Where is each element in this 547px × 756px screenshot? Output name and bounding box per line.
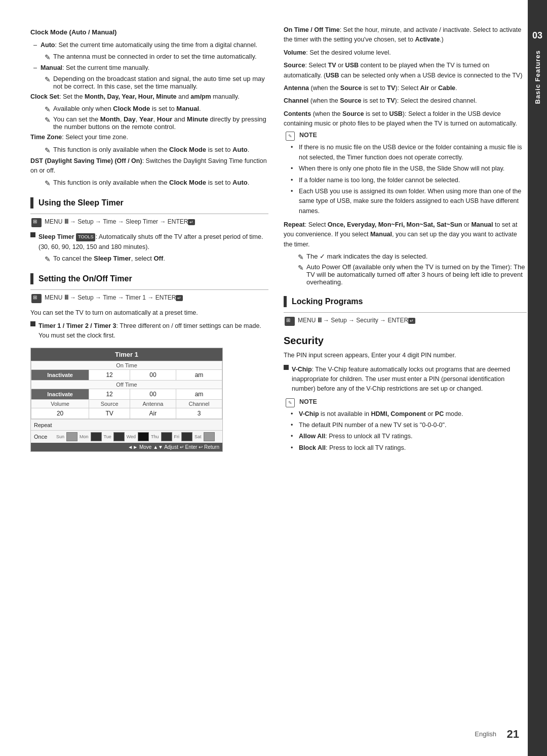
clock-set-note-text: Available only when Clock Mode is set to… <box>53 105 201 112</box>
clock-set-label: Clock Set <box>30 93 59 100</box>
locking-section: Locking Programs MENU Ⅲ → Setup → Securi… <box>284 296 527 326</box>
menu-icon <box>31 218 42 227</box>
cs-month: Month, Day, Year, Hour, Minute <box>85 93 177 100</box>
pencil-icon: ✎ <box>45 53 51 61</box>
antenna-p: Antenna (when the Source is set to TV): … <box>284 83 527 93</box>
locking-title: Locking Programs <box>292 297 363 306</box>
off-time-m: 00 <box>130 389 176 400</box>
security-note-list: V-Chip is not available in HDMI, Compone… <box>286 409 527 453</box>
timer-table: On Time Inactivate 12 00 am Off Time I <box>31 361 222 419</box>
activate-label: Activate <box>415 36 440 43</box>
sleep-timer-header: Using the Sleep Timer <box>30 197 268 208</box>
off-time-label: Off Time <box>31 381 222 389</box>
contents-p: Contents (when the Source is set to USB)… <box>284 109 527 129</box>
sleep-timer-title: Using the Sleep Timer <box>38 198 124 207</box>
on-off-path-text: MENU Ⅲ → Setup → Time → Timer 1 → ENTER↵ <box>45 294 183 301</box>
sleep-timer-section: Using the Sleep Timer MENU Ⅲ → Setup → T… <box>30 197 268 263</box>
channel-p-label: Channel <box>284 97 308 104</box>
pencil-icon5: ✎ <box>45 146 51 154</box>
timer-bullet1-text: Timer 1 / Timer 2 / Timer 3: Three diffe… <box>38 321 268 341</box>
source-p: Source: Select TV or USB content to be p… <box>284 61 527 80</box>
clock-set: Clock Set: Set the Month, Day, Year, Hou… <box>30 92 268 102</box>
on-time-label-row: On Time <box>31 361 222 370</box>
clock-set-note: ✎ Available only when Clock Mode is set … <box>30 105 268 113</box>
timer-intro: You can set the TV to turn on automatica… <box>30 308 268 318</box>
on-off-divider <box>30 289 268 290</box>
note-header-row: ✎ NOTE <box>286 132 527 141</box>
auto-label: Auto <box>41 41 55 49</box>
contents-p-label: Contents <box>284 110 311 117</box>
on-time-ampm: am <box>176 370 222 381</box>
repeat-label-row: Repeat <box>31 419 222 430</box>
security-note-item-4: Block All: Press to lock all TV ratings. <box>291 443 527 453</box>
on-time-h: 12 <box>89 370 130 381</box>
language-label: English <box>475 730 496 738</box>
vchip-label: V-Chip <box>292 366 312 373</box>
manual-note-row: ✎ Depending on the broadcast station and… <box>45 75 268 90</box>
section-bar2 <box>30 273 33 284</box>
mon-box <box>91 432 102 441</box>
repeat-val: Once <box>34 434 54 440</box>
section-bar <box>30 197 33 208</box>
volume-p-label: Volume <box>284 49 306 56</box>
sleep-note: ✎ To cancel the Sleep Timer, select Off. <box>30 255 268 263</box>
tz-note-text: This function is only available when the… <box>53 146 249 153</box>
off-time-ampm: am <box>176 389 222 400</box>
pencil-icon6: ✎ <box>45 179 51 187</box>
on-time-btn[interactable]: Inactivate <box>31 370 89 381</box>
section-bar3 <box>284 296 287 307</box>
manual-text: : Set the current time manually. <box>62 64 149 71</box>
tue-box <box>113 432 125 441</box>
security-note-item-2: The default PIN number of a new TV set i… <box>291 421 527 430</box>
manual-note: ✎ Depending on the broadcast station and… <box>30 75 268 90</box>
menu-icon2 <box>31 294 42 303</box>
on-off-time-p: On Time / Off Time: Set the hour, minute… <box>284 25 527 45</box>
clock-mode-section: Clock Mode (Auto / Manual) Auto: Set the… <box>30 27 268 187</box>
fri-label: Fri <box>174 434 180 439</box>
source-val: TV <box>89 408 130 419</box>
volume-label: Volume <box>31 400 89 408</box>
dst-label: DST (Daylight Saving Time) (Off / On) <box>30 157 142 164</box>
pencil-icon4: ✎ <box>45 116 51 124</box>
cs-ampm: am/pm <box>190 93 211 100</box>
wed-box <box>138 432 149 441</box>
month-note-text: You can set the Month, Day, Year, Hour a… <box>53 115 268 131</box>
timer-table-wrapper: Timer 1 On Time Inactivate 12 00 am Off <box>30 348 223 452</box>
sun-box <box>66 432 77 441</box>
clock-mode-title: Clock Mode (Auto / Manual) <box>30 27 268 37</box>
enter-icon3: ↵ <box>408 318 415 324</box>
locking-header: Locking Programs <box>284 296 527 307</box>
sun-label: Sun <box>56 434 64 439</box>
channel-val: 3 <box>176 408 222 419</box>
antenna-p-label: Antenna <box>284 85 309 92</box>
note-item-2: When there is only one photo file in the… <box>291 164 527 174</box>
main-content: Clock Mode (Auto / Manual) Auto: Set the… <box>0 0 528 756</box>
manual-note-text: Depending on the broadcast station and s… <box>53 75 268 90</box>
volume-source-row-values: 20 TV Air 3 <box>31 408 222 419</box>
antenna-label: Antenna <box>130 400 176 408</box>
security-note-header-row: ✎ NOTE <box>286 398 527 407</box>
thu-label: Thu <box>151 434 159 439</box>
auto-note: ✎ The antenna must be connected in order… <box>30 53 268 61</box>
antenna-val: Air <box>130 408 176 419</box>
note-list: If there is no music file on the USB dev… <box>286 143 527 216</box>
off-time-btn[interactable]: Inactivate <box>31 389 89 400</box>
auto-note-text: The antenna must be connected in order t… <box>53 53 257 60</box>
note-item-3: If a folder name is too long, the folder… <box>291 176 527 185</box>
sleep-note-text: To cancel the Sleep Timer, select Off. <box>53 255 165 262</box>
sleep-divider <box>30 214 268 214</box>
channel-p: Channel (when the Source is set to TV): … <box>284 96 527 106</box>
auto-note-row: ✎ The antenna must be connected in order… <box>45 53 268 61</box>
note-header-label: NOTE <box>299 132 317 139</box>
security-note-item-1: V-Chip is not available in HDMI, Compone… <box>291 409 527 419</box>
dst-note: ✎ This function is only available when t… <box>30 179 268 187</box>
repeat-p: Repeat: Select Once, Everyday, Mon~Fri, … <box>284 220 527 249</box>
vchip-text: V-Chip: The V-Chip feature automatically… <box>292 365 527 394</box>
enter-icon2: ↵ <box>176 295 183 301</box>
locking-divider <box>284 312 527 313</box>
channel-label: Channel <box>176 400 222 408</box>
dst: DST (Daylight Saving Time) (Off / On): S… <box>30 156 268 176</box>
off-time-h: 12 <box>89 389 130 400</box>
thu-box <box>161 432 172 441</box>
manual-label: Manual <box>41 64 62 71</box>
